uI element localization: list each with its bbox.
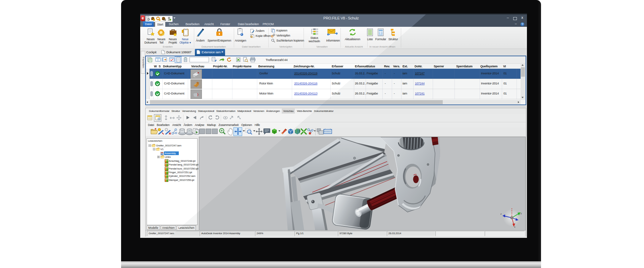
svg-text:y: y (521, 212, 522, 215)
svg-text:x: x (514, 226, 516, 228)
svg-text:z: z (500, 213, 502, 215)
